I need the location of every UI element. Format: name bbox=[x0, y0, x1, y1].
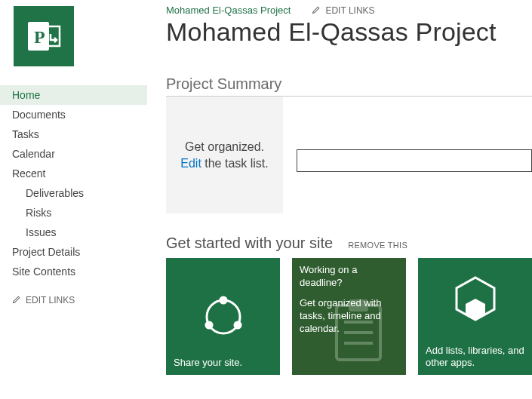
tile-deadline-heading: Working on a deadline? bbox=[300, 264, 398, 290]
svg-rect-2 bbox=[48, 26, 60, 46]
tile-add-apps-caption: Add lists, libraries, and other apps. bbox=[426, 345, 524, 370]
nav-calendar[interactable]: Calendar bbox=[0, 144, 147, 164]
page-title: Mohamed El-Qassas Project bbox=[166, 17, 532, 47]
project-logo: P bbox=[14, 6, 74, 66]
nav-project-details[interactable]: Project Details bbox=[0, 242, 147, 262]
nav-recent-header: Recent bbox=[0, 164, 147, 183]
svg-point-6 bbox=[204, 321, 213, 329]
svg-text:P: P bbox=[34, 27, 45, 47]
project-logo-icon: P bbox=[25, 17, 63, 55]
nav-documents[interactable]: Documents bbox=[0, 105, 147, 124]
nav-deliverables[interactable]: Deliverables bbox=[0, 183, 147, 203]
edit-links-side-label: EDIT LINKS bbox=[26, 295, 75, 305]
tile-deadline[interactable]: Working on a deadline? Get organized wit… bbox=[292, 258, 406, 375]
summary-promo-post: the task list. bbox=[201, 157, 269, 170]
side-nav: Home Documents Tasks Calendar Recent Del… bbox=[0, 85, 147, 281]
svg-point-3 bbox=[207, 300, 240, 333]
timeline-box[interactable] bbox=[297, 149, 532, 172]
tile-share-caption: Share your site. bbox=[174, 357, 272, 369]
remove-this-link[interactable]: REMOVE THIS bbox=[348, 241, 407, 250]
pencil-icon bbox=[312, 5, 321, 14]
nav-issues[interactable]: Issues bbox=[0, 223, 147, 242]
pencil-icon bbox=[12, 295, 21, 304]
summary-promo-pre: Get organized. bbox=[185, 140, 264, 153]
nav-site-contents[interactable]: Site Contents bbox=[0, 262, 147, 281]
nav-risks[interactable]: Risks bbox=[0, 203, 147, 223]
tile-add-apps[interactable]: Add lists, libraries, and other apps. bbox=[418, 258, 532, 375]
svg-point-5 bbox=[233, 321, 241, 329]
breadcrumb[interactable]: Mohamed El-Qassas Project bbox=[166, 5, 291, 16]
nav-home[interactable]: Home bbox=[0, 85, 147, 105]
get-started-title: Get started with your site bbox=[166, 235, 333, 252]
edit-links-side[interactable]: EDIT LINKS bbox=[0, 295, 147, 305]
summary-promo: Get organized. Edit the task list. bbox=[166, 97, 283, 213]
nav-tasks[interactable]: Tasks bbox=[0, 124, 147, 144]
project-summary-title: Project Summary bbox=[166, 75, 532, 97]
summary-promo-edit-link[interactable]: Edit bbox=[180, 157, 201, 170]
get-started-tiles: Share your site. Working on a deadline? bbox=[166, 258, 532, 375]
edit-links-top-label: EDIT LINKS bbox=[325, 5, 374, 16]
tile-share-site[interactable]: Share your site. bbox=[166, 258, 280, 375]
tile-deadline-desc: Get organized with tasks, timeline and c… bbox=[300, 297, 398, 336]
svg-point-4 bbox=[219, 296, 227, 304]
edit-links-top[interactable]: EDIT LINKS bbox=[312, 5, 374, 16]
